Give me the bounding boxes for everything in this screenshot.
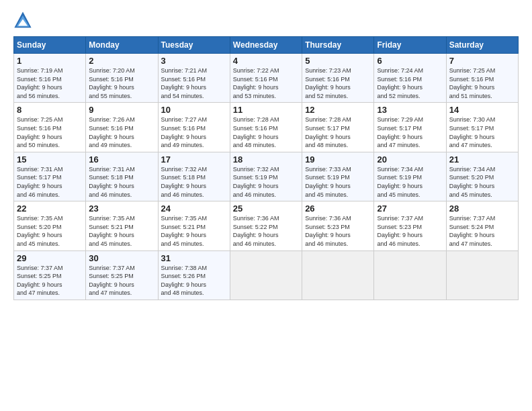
calendar-day-cell: 14Sunrise: 7:30 AM Sunset: 5:17 PM Dayli…: [446, 103, 518, 152]
day-info: Sunrise: 7:33 AM Sunset: 5:19 PM Dayligh…: [305, 165, 371, 199]
calendar-day-cell: 18Sunrise: 7:32 AM Sunset: 5:19 PM Dayli…: [230, 152, 302, 201]
day-number: 8: [17, 105, 83, 115]
day-number: 20: [377, 154, 443, 165]
day-number: 14: [449, 105, 515, 115]
weekday-header: Sunday: [14, 37, 86, 54]
day-number: 19: [305, 154, 371, 165]
day-info: Sunrise: 7:32 AM Sunset: 5:19 PM Dayligh…: [233, 165, 299, 199]
calendar-day-cell: 28Sunrise: 7:37 AM Sunset: 5:24 PM Dayli…: [446, 201, 518, 250]
calendar-day-cell: [302, 250, 374, 300]
day-number: 3: [161, 56, 227, 66]
calendar-day-cell: 30Sunrise: 7:37 AM Sunset: 5:25 PM Dayli…: [86, 250, 158, 300]
day-info: Sunrise: 7:20 AM Sunset: 5:16 PM Dayligh…: [89, 66, 154, 100]
day-info: Sunrise: 7:35 AM Sunset: 5:21 PM Dayligh…: [161, 214, 227, 248]
day-info: Sunrise: 7:23 AM Sunset: 5:16 PM Dayligh…: [305, 66, 371, 100]
day-info: Sunrise: 7:28 AM Sunset: 5:17 PM Dayligh…: [305, 116, 371, 149]
day-number: 16: [89, 154, 154, 165]
calendar-week-row: 15Sunrise: 7:31 AM Sunset: 5:17 PM Dayli…: [14, 152, 519, 201]
day-info: Sunrise: 7:38 AM Sunset: 5:26 PM Dayligh…: [161, 264, 227, 298]
day-info: Sunrise: 7:30 AM Sunset: 5:17 PM Dayligh…: [449, 116, 515, 149]
day-info: Sunrise: 7:25 AM Sunset: 5:16 PM Dayligh…: [17, 116, 83, 149]
calendar-day-cell: 19Sunrise: 7:33 AM Sunset: 5:19 PM Dayli…: [302, 152, 374, 201]
weekday-header: Friday: [374, 37, 446, 54]
header-row: [13, 11, 519, 30]
day-info: Sunrise: 7:28 AM Sunset: 5:16 PM Dayligh…: [233, 116, 299, 149]
calendar-day-cell: 31Sunrise: 7:38 AM Sunset: 5:26 PM Dayli…: [158, 250, 230, 300]
calendar-day-cell: 4Sunrise: 7:22 AM Sunset: 5:16 PM Daylig…: [230, 54, 302, 103]
day-number: 25: [233, 203, 299, 214]
calendar-week-row: 8Sunrise: 7:25 AM Sunset: 5:16 PM Daylig…: [14, 103, 519, 152]
day-info: Sunrise: 7:37 AM Sunset: 5:24 PM Dayligh…: [449, 214, 515, 248]
day-number: 6: [377, 56, 443, 66]
weekday-header: Tuesday: [158, 37, 230, 54]
day-info: Sunrise: 7:24 AM Sunset: 5:16 PM Dayligh…: [377, 66, 443, 100]
calendar-week-row: 1Sunrise: 7:19 AM Sunset: 5:16 PM Daylig…: [14, 54, 519, 103]
calendar-week-row: 29Sunrise: 7:37 AM Sunset: 5:25 PM Dayli…: [14, 250, 519, 300]
day-number: 17: [161, 154, 227, 165]
day-info: Sunrise: 7:34 AM Sunset: 5:19 PM Dayligh…: [377, 165, 443, 199]
day-number: 1: [17, 56, 83, 66]
day-number: 21: [449, 154, 515, 165]
calendar-day-cell: 15Sunrise: 7:31 AM Sunset: 5:17 PM Dayli…: [14, 152, 86, 201]
calendar-day-cell: 27Sunrise: 7:37 AM Sunset: 5:23 PM Dayli…: [374, 201, 446, 250]
calendar-day-cell: 29Sunrise: 7:37 AM Sunset: 5:25 PM Dayli…: [14, 250, 86, 300]
calendar-day-cell: 17Sunrise: 7:32 AM Sunset: 5:18 PM Dayli…: [158, 152, 230, 201]
calendar-day-cell: [230, 250, 302, 300]
day-info: Sunrise: 7:27 AM Sunset: 5:16 PM Dayligh…: [161, 116, 227, 149]
day-number: 31: [161, 253, 227, 263]
calendar-day-cell: 23Sunrise: 7:35 AM Sunset: 5:21 PM Dayli…: [86, 201, 158, 250]
day-number: 9: [89, 105, 154, 115]
calendar-day-cell: 21Sunrise: 7:34 AM Sunset: 5:20 PM Dayli…: [446, 152, 518, 201]
calendar-day-cell: 2Sunrise: 7:20 AM Sunset: 5:16 PM Daylig…: [86, 54, 158, 103]
calendar-day-cell: 20Sunrise: 7:34 AM Sunset: 5:19 PM Dayli…: [374, 152, 446, 201]
weekday-header: Saturday: [446, 37, 518, 54]
calendar-day-cell: 24Sunrise: 7:35 AM Sunset: 5:21 PM Dayli…: [158, 201, 230, 250]
logo-icon: [13, 11, 32, 30]
calendar-day-cell: 22Sunrise: 7:35 AM Sunset: 5:20 PM Dayli…: [14, 201, 86, 250]
day-info: Sunrise: 7:29 AM Sunset: 5:17 PM Dayligh…: [377, 116, 443, 149]
day-number: 29: [17, 253, 83, 263]
day-number: 4: [233, 56, 299, 66]
calendar-table: SundayMondayTuesdayWednesdayThursdayFrid…: [13, 36, 519, 300]
calendar-header-row: SundayMondayTuesdayWednesdayThursdayFrid…: [14, 37, 519, 54]
day-number: 28: [449, 203, 515, 214]
day-info: Sunrise: 7:37 AM Sunset: 5:25 PM Dayligh…: [17, 264, 83, 298]
day-info: Sunrise: 7:32 AM Sunset: 5:18 PM Dayligh…: [161, 165, 227, 199]
calendar-day-cell: [374, 250, 446, 300]
calendar-day-cell: 7Sunrise: 7:25 AM Sunset: 5:16 PM Daylig…: [446, 54, 518, 103]
day-info: Sunrise: 7:31 AM Sunset: 5:18 PM Dayligh…: [89, 165, 154, 199]
day-info: Sunrise: 7:37 AM Sunset: 5:25 PM Dayligh…: [89, 264, 154, 298]
calendar-day-cell: 13Sunrise: 7:29 AM Sunset: 5:17 PM Dayli…: [374, 103, 446, 152]
weekday-header: Wednesday: [230, 37, 302, 54]
day-info: Sunrise: 7:35 AM Sunset: 5:21 PM Dayligh…: [89, 214, 154, 248]
calendar-day-cell: 9Sunrise: 7:26 AM Sunset: 5:16 PM Daylig…: [86, 103, 158, 152]
day-number: 2: [89, 56, 154, 66]
calendar-day-cell: 6Sunrise: 7:24 AM Sunset: 5:16 PM Daylig…: [374, 54, 446, 103]
day-number: 11: [233, 105, 299, 115]
day-info: Sunrise: 7:36 AM Sunset: 5:22 PM Dayligh…: [233, 214, 299, 248]
calendar-day-cell: [446, 250, 518, 300]
day-number: 10: [161, 105, 227, 115]
day-number: 24: [161, 203, 227, 214]
calendar-body: 1Sunrise: 7:19 AM Sunset: 5:16 PM Daylig…: [14, 54, 519, 300]
day-info: Sunrise: 7:37 AM Sunset: 5:23 PM Dayligh…: [377, 214, 443, 248]
calendar-day-cell: 3Sunrise: 7:21 AM Sunset: 5:16 PM Daylig…: [158, 54, 230, 103]
calendar-day-cell: 1Sunrise: 7:19 AM Sunset: 5:16 PM Daylig…: [14, 54, 86, 103]
day-number: 15: [17, 154, 83, 165]
calendar-day-cell: 16Sunrise: 7:31 AM Sunset: 5:18 PM Dayli…: [86, 152, 158, 201]
calendar-day-cell: 8Sunrise: 7:25 AM Sunset: 5:16 PM Daylig…: [14, 103, 86, 152]
day-number: 18: [233, 154, 299, 165]
calendar-day-cell: 12Sunrise: 7:28 AM Sunset: 5:17 PM Dayli…: [302, 103, 374, 152]
day-info: Sunrise: 7:36 AM Sunset: 5:23 PM Dayligh…: [305, 214, 371, 248]
day-info: Sunrise: 7:25 AM Sunset: 5:16 PM Dayligh…: [449, 66, 515, 100]
day-number: 27: [377, 203, 443, 214]
weekday-header: Thursday: [302, 37, 374, 54]
day-info: Sunrise: 7:35 AM Sunset: 5:20 PM Dayligh…: [17, 214, 83, 248]
day-info: Sunrise: 7:26 AM Sunset: 5:16 PM Dayligh…: [89, 116, 154, 149]
day-info: Sunrise: 7:22 AM Sunset: 5:16 PM Dayligh…: [233, 66, 299, 100]
calendar-day-cell: 10Sunrise: 7:27 AM Sunset: 5:16 PM Dayli…: [158, 103, 230, 152]
logo: [13, 11, 35, 30]
main-container: SundayMondayTuesdayWednesdayThursdayFrid…: [0, 0, 532, 307]
day-number: 22: [17, 203, 83, 214]
calendar-day-cell: 5Sunrise: 7:23 AM Sunset: 5:16 PM Daylig…: [302, 54, 374, 103]
